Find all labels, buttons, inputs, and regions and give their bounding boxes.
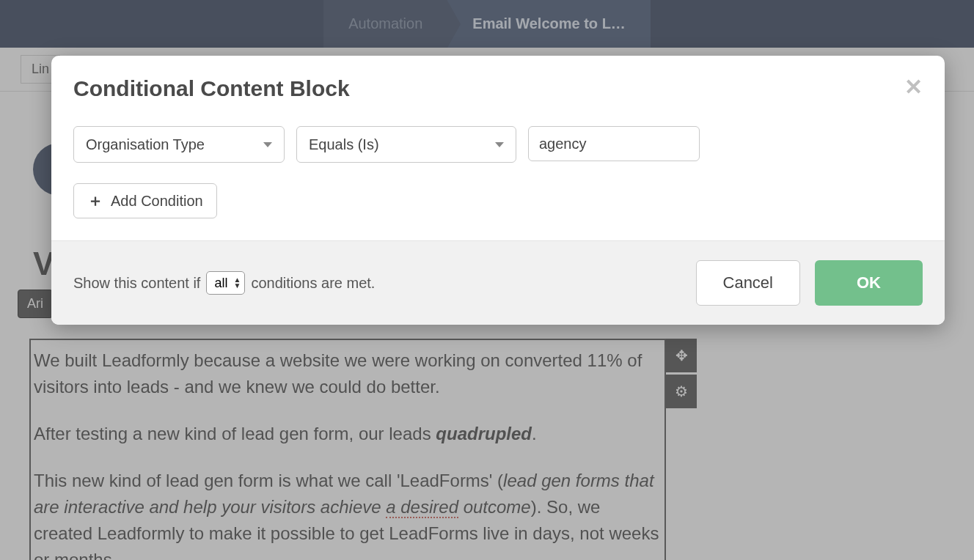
- match-mode-select[interactable]: all: [206, 271, 245, 295]
- emphasis-text: quadrupled: [436, 424, 532, 443]
- paragraph-text: We built Leadformly because a website we…: [34, 350, 642, 397]
- breadcrumb-automation[interactable]: Automation: [323, 0, 447, 48]
- paragraph-text: .: [532, 424, 537, 443]
- condition-row: Organisation Type Equals (Is): [73, 126, 923, 163]
- cancel-button[interactable]: Cancel: [696, 260, 800, 306]
- condition-match-text: Show this content if all ▲▼ conditions a…: [73, 271, 375, 295]
- breadcrumb-arrow-icon: [447, 1, 461, 48]
- chevron-down-icon: [263, 142, 272, 147]
- paragraph-text: This new kind of lead gen form is what w…: [34, 471, 503, 490]
- add-condition-label: Add Condition: [111, 193, 203, 210]
- plus-icon: ＋: [87, 190, 103, 212]
- gear-icon: ⚙: [675, 383, 688, 400]
- email-content-block[interactable]: We built Leadformly because a website we…: [29, 339, 666, 560]
- breadcrumb: Automation Email Welcome to L…: [323, 0, 651, 48]
- condition-operator-dropdown[interactable]: Equals (Is): [296, 126, 516, 163]
- add-condition-button[interactable]: ＋ Add Condition: [73, 183, 217, 218]
- paragraph-text: After testing a new kind of lead gen for…: [34, 424, 436, 443]
- close-button[interactable]: ✕: [904, 76, 923, 98]
- condition-field-dropdown[interactable]: Organisation Type: [73, 126, 285, 163]
- emphasis-text: outcome: [458, 497, 531, 517]
- close-icon: ✕: [904, 75, 923, 99]
- chevron-down-icon: [495, 142, 504, 147]
- block-side-tools: ✥ ⚙: [666, 339, 697, 410]
- ok-button[interactable]: OK: [815, 260, 923, 306]
- condition-value-input[interactable]: [528, 126, 700, 161]
- move-block-button[interactable]: ✥: [666, 339, 697, 372]
- block-settings-button[interactable]: ⚙: [666, 375, 697, 408]
- dropdown-value: Equals (Is): [309, 136, 379, 153]
- font-family-control[interactable]: Ari: [18, 290, 53, 318]
- modal-title: Conditional Content Block: [73, 76, 350, 101]
- conditional-content-modal: Conditional Content Block ✕ Organisation…: [51, 56, 945, 325]
- dropdown-value: Organisation Type: [86, 136, 205, 153]
- spellcheck-underline: a desired: [386, 497, 458, 518]
- top-nav: Automation Email Welcome to L…: [0, 0, 974, 48]
- breadcrumb-email[interactable]: Email Welcome to L…: [447, 0, 651, 48]
- move-icon: ✥: [675, 347, 688, 364]
- footer-text: conditions are met.: [251, 275, 375, 292]
- footer-text: Show this content if: [73, 275, 200, 292]
